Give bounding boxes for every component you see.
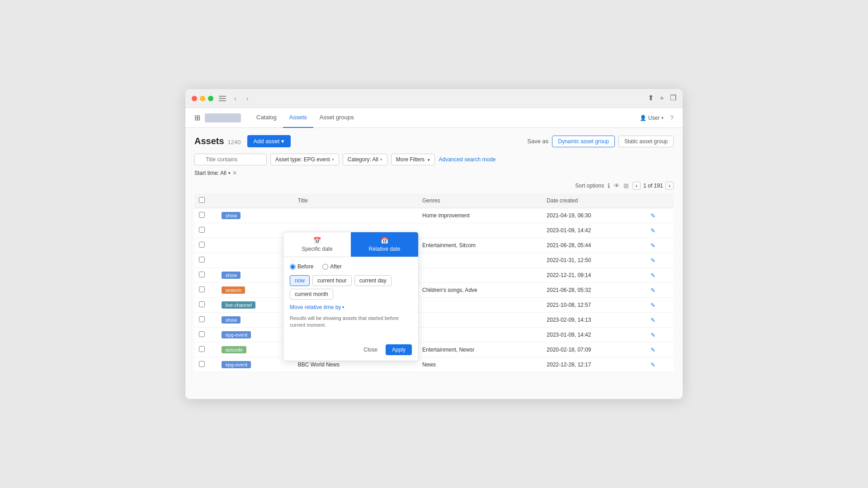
edit-icon[interactable]: ✎ — [651, 302, 656, 309]
app-header: ⊞ Catalog Assets Asset groups 👤 User ▾ ? — [185, 108, 683, 128]
more-filters-button[interactable]: More Filters ▾ — [391, 154, 435, 165]
table-section: Sort options ℹ 👁 ⊞ ‹ 1 of 191 › Title Ge… — [194, 182, 674, 372]
type-badge: epg-event — [222, 331, 251, 338]
row-checkbox-2[interactable] — [199, 242, 205, 248]
table-row: epg-event BBC World News News 2022-12-28… — [194, 357, 674, 372]
apply-button[interactable]: Apply — [386, 344, 412, 355]
date-cell: 2023-01-09, 14:42 — [542, 328, 646, 343]
edit-icon[interactable]: ✎ — [651, 257, 656, 264]
date-cell: 2020-02-18, 07:09 — [542, 343, 646, 357]
info-icon[interactable]: ℹ — [608, 182, 610, 189]
select-all-checkbox[interactable] — [199, 197, 205, 203]
advanced-search-link[interactable]: Advanced search mode — [439, 156, 495, 163]
app-grid-icon[interactable]: ⊞ — [194, 113, 200, 122]
category-chevron-icon: ▾ — [380, 157, 382, 162]
static-asset-group-button[interactable]: Static asset group — [618, 136, 674, 147]
start-time-chevron-icon: ▾ — [228, 171, 231, 175]
forward-button[interactable]: › — [244, 94, 251, 103]
edit-icon[interactable]: ✎ — [651, 361, 656, 368]
next-page-button[interactable]: › — [665, 182, 674, 190]
edit-icon[interactable]: ✎ — [651, 242, 656, 249]
row-checkbox-5[interactable] — [199, 286, 205, 292]
genres-cell — [418, 253, 542, 268]
type-badge: season — [222, 286, 245, 294]
genres-cell — [418, 268, 542, 283]
after-radio[interactable]: After — [322, 263, 341, 270]
maximize-window-button[interactable] — [208, 96, 213, 101]
columns-icon[interactable]: ⊞ — [623, 182, 629, 189]
pagination: ‹ 1 of 191 › — [632, 182, 674, 190]
row-checkbox-8[interactable] — [199, 331, 205, 337]
share-icon[interactable]: ⬆ — [648, 94, 654, 103]
edit-icon[interactable]: ✎ — [651, 212, 656, 219]
page-title: Assets — [194, 136, 224, 146]
row-checkbox-3[interactable] — [199, 257, 205, 263]
tab-asset-groups[interactable]: Asset groups — [313, 108, 360, 128]
help-button[interactable]: ? — [670, 114, 674, 122]
type-badge: live-channel — [222, 301, 255, 309]
windows-icon[interactable]: ❐ — [670, 94, 676, 103]
tab-catalog[interactable]: Catalog — [250, 108, 283, 128]
edit-icon[interactable]: ✎ — [651, 287, 656, 294]
edit-icon[interactable]: ✎ — [651, 347, 656, 353]
edit-icon[interactable]: ✎ — [651, 272, 656, 279]
genres-cell: Children's songs, Adve — [418, 283, 542, 298]
genres-cell: Entertainment, Sitcom — [418, 238, 542, 253]
hint-text: Results will be showing assets that star… — [290, 315, 412, 329]
main-nav: Catalog Assets Asset groups — [250, 108, 360, 128]
asset-count: 1240 — [228, 139, 241, 145]
back-button[interactable]: ‹ — [231, 94, 239, 103]
titlebar: ‹ › ⬆ ＋ ❐ — [185, 89, 683, 108]
row-checkbox-6[interactable] — [199, 301, 205, 307]
genres-cell: Entertainment, Newsr — [418, 343, 542, 357]
popup-tabs: 📅 Specific date 📅 Relative date — [283, 232, 418, 257]
search-input[interactable] — [194, 154, 267, 165]
start-time-remove-icon[interactable]: ✕ — [232, 170, 237, 176]
col-header-type — [217, 193, 293, 208]
minimize-window-button[interactable] — [200, 96, 205, 101]
genres-cell — [418, 313, 542, 328]
specific-date-tab[interactable]: 📅 Specific date — [283, 232, 351, 257]
type-badge: show — [222, 272, 241, 279]
new-tab-icon[interactable]: ＋ — [658, 94, 665, 103]
main-content: Assets 1240 Add asset ▾ Save as Dynamic … — [185, 128, 683, 399]
current-month-button[interactable]: current month — [290, 289, 333, 300]
row-checkbox-7[interactable] — [199, 316, 205, 322]
start-time-filter-tag[interactable]: Start time: All ▾ ✕ — [194, 170, 237, 176]
row-checkbox-1[interactable] — [199, 227, 205, 233]
row-checkbox-9[interactable] — [199, 346, 205, 352]
type-badge: epg-event — [222, 361, 251, 368]
dynamic-asset-group-button[interactable]: Dynamic asset group — [552, 136, 615, 147]
relative-date-tab[interactable]: 📅 Relative date — [351, 232, 418, 257]
user-menu[interactable]: 👤 User ▾ — [640, 115, 664, 121]
sidebar-toggle-icon[interactable] — [218, 94, 227, 103]
add-asset-button[interactable]: Add asset ▾ — [247, 135, 291, 147]
now-button[interactable]: now — [290, 275, 310, 286]
current-hour-button[interactable]: current hour — [312, 275, 352, 286]
relative-calendar-icon: 📅 — [381, 237, 388, 244]
edit-icon[interactable]: ✎ — [651, 227, 656, 234]
popup-footer: Close Apply — [283, 341, 418, 361]
table-row: Entertainment, Sitcom 2021-06-28, 05:44 … — [194, 238, 674, 253]
table-row: show Home improvement 2021-04-19, 06:30 … — [194, 208, 674, 223]
category-filter[interactable]: Category: All ▾ — [343, 154, 387, 165]
move-relative-link[interactable]: Move relative time by ▾ — [290, 304, 412, 310]
date-cell: 2021-06-28, 05:44 — [542, 238, 646, 253]
table-toolbar: Sort options ℹ 👁 ⊞ ‹ 1 of 191 › — [194, 182, 674, 190]
tab-assets[interactable]: Assets — [283, 108, 313, 128]
sort-options-label[interactable]: Sort options — [575, 183, 604, 189]
close-window-button[interactable] — [192, 96, 197, 101]
user-icon: 👤 — [640, 115, 646, 121]
row-checkbox-0[interactable] — [199, 212, 205, 218]
row-checkbox-10[interactable] — [199, 361, 205, 367]
current-day-button[interactable]: current day — [354, 275, 392, 286]
asset-type-filter[interactable]: Asset type: EPG event ▾ — [270, 154, 339, 165]
traffic-lights — [192, 96, 213, 101]
close-button[interactable]: Close — [359, 344, 382, 355]
edit-icon[interactable]: ✎ — [651, 332, 656, 338]
row-checkbox-4[interactable] — [199, 272, 205, 277]
prev-page-button[interactable]: ‹ — [632, 182, 641, 190]
view-icon[interactable]: 👁 — [613, 182, 620, 189]
edit-icon[interactable]: ✎ — [651, 317, 656, 324]
before-radio[interactable]: Before — [290, 263, 313, 270]
